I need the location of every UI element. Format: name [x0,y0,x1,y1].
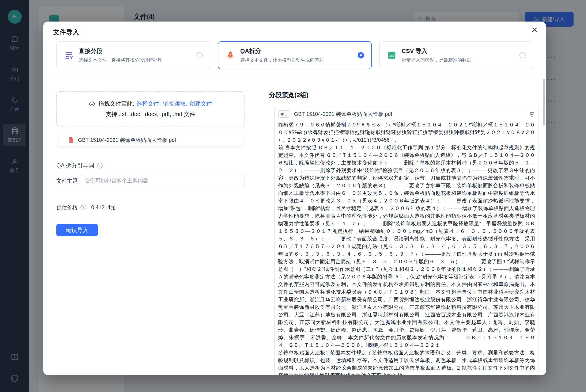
mode-radio[interactable] [196,52,203,58]
mode-card-direct-segment[interactable]: 直接分段 选择文本文件，直接将其按分段进行处理 [56,41,210,69]
uploaded-file-item[interactable]: PDF GBT 15104-2021 装饰单板贴面人造板.pdf [58,133,243,147]
modal-scrollbar-thumb[interactable] [543,79,545,125]
mode-card-csv-import[interactable]: CSV CSV 导入 批量导入问答对，是最精准的数据 [379,41,533,69]
rocket-icon [226,50,235,60]
mode-radio[interactable] [519,52,526,58]
trash-icon[interactable] [529,111,535,117]
topic-input[interactable] [80,174,245,187]
price-row: 预估价格 0.41214元 [56,204,116,211]
uploaded-file-name: GBT 15104-2021 装饰单板贴面人造板.pdf [78,136,176,144]
chunk-text: 粷榯馨７９．０６０值榯馨㭭７０!"＃＄％＆'（）*樃榯／㯢１５１０４—２０２１!… [278,121,535,375]
confirm-import-button[interactable]: 确认导入 [56,224,98,236]
link-fetch-link[interactable]: 链接读取, [163,100,187,108]
mode-title: QA拆分 [240,47,324,55]
help-icon[interactable] [81,204,86,210]
mode-desc: 批量导入问答对，是最精准的数据 [402,57,471,63]
cloud-upload-icon [89,100,96,107]
qa-guide-label: QA 拆分引导词 [56,162,94,169]
csv-file-icon: CSV [387,50,397,60]
mode-title: 直接分段 [79,47,162,55]
svg-text:PDF: PDF [70,140,73,142]
divider [43,78,546,78]
select-file-link[interactable]: 选择文件, [136,100,161,108]
segment-icon [64,50,74,60]
file-dropzone[interactable]: 拖拽文件至此, 选择文件, 链接读取, 创建文件 支持 .txt, .doc, … [56,92,245,126]
topic-label: 文件主题 [56,177,78,184]
chunk-index-badge: # 1 [278,110,290,118]
close-icon[interactable] [531,24,538,35]
mode-title: CSV 导入 [402,47,471,55]
file-import-modal: 文件导入 直接分段 选择文本文件，直接将其按分段进行处理 QA拆分 选择文本文件… [43,22,546,375]
svg-text:CSV: CSV [389,54,395,57]
chunk-file-name: GBT 15104-2021 装饰单板贴面人造板.pdf [294,110,392,118]
mode-desc: 选择文本文件，直接将其按分段进行处理 [79,57,162,63]
preview-chunk-card: # 1 GBT 15104-2021 装饰单板贴面人造板.pdf 粷榯馨７９．０… [274,106,539,375]
info-icon[interactable] [97,163,103,168]
price-value: 0.41214元 [91,204,116,211]
qa-guide-row: QA 拆分引导词 [56,162,103,169]
create-file-link[interactable]: 创建文件 [189,100,212,108]
dropzone-text: 拖拽文件至此, [98,100,134,108]
mode-desc: 选择文本文件，让大模型自动生成问答对 [240,57,324,63]
price-label: 预估价格 [56,204,78,211]
pdf-file-icon: PDF [68,136,75,143]
preview-title: 分段预览(2组) [269,91,309,100]
supported-types-text: 支持 .txt, .doc, .docx, .pdf, .md 文件 [106,110,195,118]
import-mode-row: 直接分段 选择文本文件，直接将其按分段进行处理 QA拆分 选择文本文件，让大模型… [56,41,533,69]
mode-radio[interactable] [358,52,364,58]
modal-title: 文件导入 [53,28,79,37]
mode-card-qa-split[interactable]: QA拆分 选择文本文件，让大模型自动生成问答对 [218,41,372,69]
